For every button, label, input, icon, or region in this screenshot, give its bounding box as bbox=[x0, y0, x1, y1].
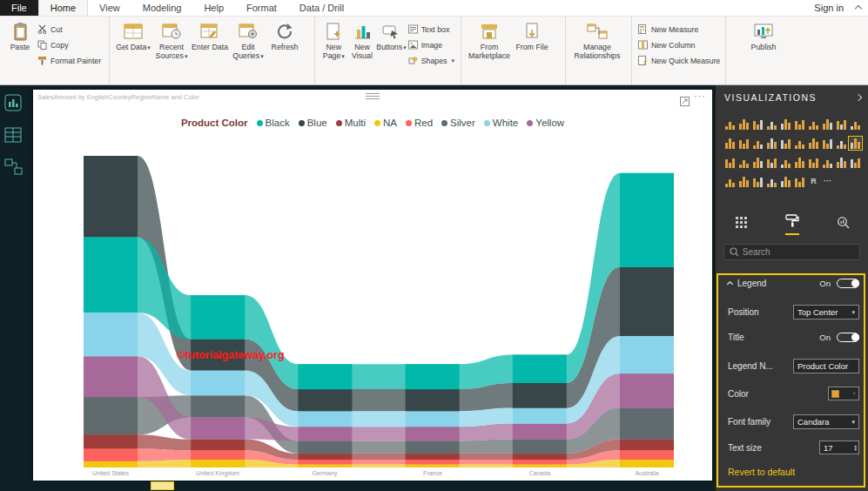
line-chart-icon[interactable] bbox=[808, 118, 819, 130]
scatter-chart-icon[interactable] bbox=[738, 138, 750, 149]
funnel-icon[interactable] bbox=[836, 138, 847, 149]
format-painter-button[interactable]: Format Painter bbox=[36, 53, 103, 68]
buttons-button[interactable]: Buttons▾ bbox=[376, 19, 406, 52]
text-size-stepper[interactable]: ▴▾ bbox=[819, 441, 859, 454]
new-visual-button[interactable]: New Visual bbox=[348, 19, 377, 61]
recent-sources-button[interactable]: Recent Sources▾ bbox=[152, 19, 191, 61]
title-toggle[interactable] bbox=[837, 333, 859, 342]
analytics-tab[interactable] bbox=[837, 216, 850, 235]
multi-row-card-icon[interactable] bbox=[766, 157, 777, 168]
pie-chart-icon[interactable] bbox=[752, 138, 764, 149]
clustered-bar-chart-icon[interactable] bbox=[752, 118, 764, 130]
manage-relationships-button[interactable]: Manage Relationships bbox=[570, 19, 624, 61]
shapes-button[interactable]: Shapes▾ bbox=[407, 53, 456, 68]
tab-format[interactable]: Format bbox=[235, 0, 288, 16]
legend-toggle[interactable] bbox=[837, 279, 859, 288]
report-canvas[interactable]: SalesAmount by EnglishCountryRegionName … bbox=[33, 90, 712, 481]
stacked-area-chart-icon[interactable] bbox=[836, 118, 847, 130]
more-visuals-icon[interactable]: ··· bbox=[822, 176, 833, 187]
font-family-dropdown[interactable]: Candara▾ bbox=[793, 414, 859, 429]
donut-chart-icon[interactable] bbox=[766, 138, 777, 149]
image-button[interactable]: Image bbox=[407, 37, 456, 52]
r-script-icon[interactable]: R bbox=[808, 176, 819, 187]
100-stacked-column-chart-icon[interactable] bbox=[794, 118, 805, 130]
treemap-icon[interactable] bbox=[780, 138, 791, 149]
collapse-section-icon[interactable] bbox=[727, 281, 733, 287]
paste-button[interactable]: Paste bbox=[4, 19, 36, 52]
matrix-icon[interactable] bbox=[822, 157, 833, 168]
legend-item[interactable]: Yellow bbox=[527, 118, 564, 128]
color-picker-dropdown[interactable]: ▾ bbox=[828, 387, 859, 400]
data-view-icon[interactable] bbox=[4, 126, 22, 144]
map-icon[interactable] bbox=[794, 138, 805, 149]
from-marketplace-button[interactable]: From Marketplace bbox=[466, 19, 513, 61]
text-box-button[interactable]: Text box bbox=[407, 22, 456, 37]
enter-data-button[interactable]: Enter Data bbox=[191, 19, 229, 52]
from-file-button[interactable]: From File bbox=[513, 19, 551, 52]
line-and-stacked-column-chart-icon[interactable] bbox=[850, 118, 861, 130]
clustered-column-chart-icon[interactable] bbox=[766, 118, 777, 130]
fields-tab[interactable] bbox=[735, 216, 748, 235]
publish-button[interactable]: Publish bbox=[744, 19, 783, 52]
tab-view[interactable]: View bbox=[88, 0, 131, 16]
tab-modeling[interactable]: Modeling bbox=[131, 0, 193, 16]
new-column-button[interactable]: New Column bbox=[636, 37, 722, 52]
new-quick-measure-button[interactable]: New Quick Measure bbox=[636, 53, 722, 68]
decomposition-tree-icon[interactable] bbox=[780, 176, 791, 187]
legend-name-input[interactable] bbox=[793, 359, 859, 373]
cut-button[interactable]: Cut bbox=[36, 22, 103, 37]
slicer-icon[interactable] bbox=[794, 157, 805, 168]
stacked-bar-chart-icon[interactable] bbox=[724, 118, 736, 130]
kpi-icon[interactable] bbox=[780, 157, 791, 168]
collapse-pane-icon[interactable] bbox=[855, 94, 862, 101]
line-and-clustered-column-chart-icon[interactable] bbox=[724, 138, 736, 149]
tab-data-drill[interactable]: Data / Drill bbox=[288, 0, 355, 16]
100-stacked-bar-chart-icon[interactable] bbox=[780, 118, 791, 130]
copy-button[interactable]: Copy bbox=[36, 37, 103, 52]
card-icon[interactable] bbox=[752, 157, 764, 168]
collapse-ribbon-icon[interactable] bbox=[855, 5, 862, 12]
legend-item[interactable]: Black bbox=[257, 118, 290, 128]
text-size-input[interactable] bbox=[820, 443, 844, 453]
refresh-button[interactable]: Refresh bbox=[267, 19, 302, 52]
more-options-icon[interactable]: ··· bbox=[694, 91, 706, 101]
edit-queries-button[interactable]: Edit Queries▾ bbox=[229, 19, 267, 61]
model-view-icon[interactable] bbox=[4, 158, 22, 176]
sign-in-link[interactable]: Sign in bbox=[814, 3, 844, 13]
spinner-down-icon[interactable]: ▾ bbox=[854, 447, 857, 451]
legend-item[interactable]: NA bbox=[374, 118, 397, 128]
ribbon-chart-icon[interactable] bbox=[850, 138, 861, 149]
stacked-column-chart-icon[interactable] bbox=[738, 118, 750, 130]
tab-home[interactable]: Home bbox=[38, 0, 88, 16]
gauge-icon[interactable] bbox=[738, 157, 750, 168]
ribbon-chart[interactable] bbox=[72, 144, 699, 467]
key-influencers-icon[interactable] bbox=[836, 157, 847, 168]
legend-item[interactable]: Blue bbox=[299, 118, 327, 128]
new-measure-button[interactable]: New Measure bbox=[636, 22, 722, 37]
table-icon[interactable] bbox=[808, 157, 819, 168]
focus-mode-icon[interactable] bbox=[680, 94, 690, 110]
power-apps-icon[interactable] bbox=[738, 176, 750, 187]
python-visual-icon[interactable] bbox=[724, 176, 736, 187]
legend-item[interactable]: Red bbox=[406, 118, 433, 128]
paginated-report-icon[interactable] bbox=[752, 176, 764, 187]
new-page-button[interactable]: New Page▾ bbox=[320, 19, 348, 61]
get-data-button[interactable]: Get Data▾ bbox=[114, 19, 152, 52]
revert-to-default-link[interactable]: Revert to default bbox=[728, 467, 795, 477]
search-input[interactable] bbox=[743, 247, 854, 257]
legend-item[interactable]: Multi bbox=[336, 118, 366, 128]
legend-card-header[interactable]: Legend On bbox=[728, 279, 859, 288]
format-tab[interactable] bbox=[785, 214, 799, 235]
visual-drag-handle[interactable] bbox=[366, 91, 380, 101]
filled-map-icon[interactable] bbox=[808, 138, 819, 149]
legend-item[interactable]: Silver bbox=[441, 118, 475, 128]
report-view-icon[interactable] bbox=[4, 94, 22, 111]
tab-help[interactable]: Help bbox=[192, 0, 235, 16]
shape-map-icon[interactable] bbox=[822, 138, 833, 149]
legend-item[interactable]: White bbox=[484, 118, 518, 128]
qa-visual-icon[interactable] bbox=[766, 176, 777, 187]
arcgis-map-icon[interactable] bbox=[850, 157, 861, 168]
area-chart-icon[interactable] bbox=[822, 118, 833, 130]
tab-file[interactable]: File bbox=[0, 0, 38, 16]
smart-narrative-icon[interactable] bbox=[794, 176, 805, 187]
